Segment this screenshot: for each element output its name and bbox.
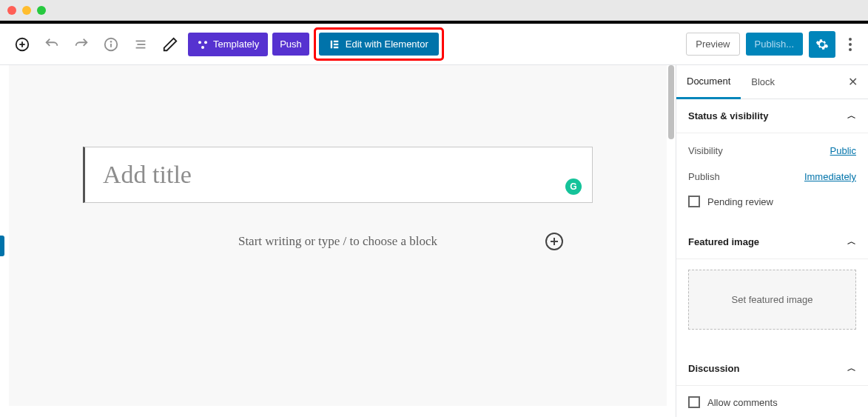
tab-document[interactable]: Document [676,65,741,99]
pending-review-checkbox[interactable] [688,196,700,207]
dots-vertical-icon [849,38,852,51]
panel-featured-header[interactable]: Featured image ︿ [676,225,868,259]
push-button[interactable]: Push [272,33,309,56]
close-window-icon[interactable] [7,6,16,15]
body-prompt-row: Start writing or type / to choose a bloc… [83,234,593,249]
settings-sidebar: Document Block ✕ Status & visibility ︿ V… [676,65,868,417]
settings-button[interactable] [809,31,835,58]
tab-block[interactable]: Block [741,66,785,98]
editor-toolbar: Templately Push Edit with Elementor Prev… [0,24,868,65]
edit-button[interactable] [157,31,184,58]
body-prompt-text[interactable]: Start writing or type / to choose a bloc… [238,234,437,249]
templately-label: Templately [213,39,259,50]
visibility-value-link[interactable]: Public [830,145,856,156]
allow-comments-checkbox[interactable] [688,396,700,408]
pending-review-label: Pending review [707,196,773,207]
panel-featured-title: Featured image [688,236,759,247]
redo-button[interactable] [68,31,95,58]
elementor-icon [329,39,340,50]
undo-button[interactable] [38,31,65,58]
publish-button[interactable]: Publish... [746,33,803,56]
minimize-window-icon[interactable] [22,6,31,15]
more-options-button[interactable] [841,31,859,58]
svg-rect-13 [334,40,338,41]
push-label: Push [280,39,302,50]
edit-with-elementor-button[interactable]: Edit with Elementor [319,33,439,56]
sidebar-tabs: Document Block ✕ [676,65,868,99]
set-featured-image-button[interactable]: Set featured image [688,270,856,330]
traffic-lights [7,6,46,15]
visibility-row: Visibility Public [688,138,856,164]
info-button[interactable] [98,31,124,58]
add-block-button[interactable] [9,31,36,58]
grammarly-badge-icon[interactable]: G [565,179,582,195]
svg-point-9 [198,41,201,44]
chevron-up-icon: ︿ [847,362,856,375]
elementor-label: Edit with Elementor [346,39,428,50]
preview-label: Preview [696,39,730,50]
inline-add-block-button[interactable] [545,233,563,250]
visibility-label: Visibility [688,145,723,156]
svg-point-18 [849,48,852,51]
panel-status-body: Visibility Public Publish Immediately Pe… [676,133,868,225]
panel-status-title: Status & visibility [688,110,768,121]
pending-review-row[interactable]: Pending review [688,190,856,213]
chevron-up-icon: ︿ [847,110,856,122]
panel-status-header[interactable]: Status & visibility ︿ [676,99,868,133]
svg-rect-15 [334,46,338,47]
gear-icon [815,38,829,51]
browser-chrome [0,0,868,21]
editor-canvas: G Start writing or type / to choose a bl… [0,65,676,417]
title-input[interactable] [103,161,574,189]
allow-comments-label: Allow comments [707,397,778,408]
publish-label: Publish [688,171,720,182]
svg-rect-14 [334,43,338,44]
title-block[interactable]: G [83,147,593,203]
editor-scrollbar[interactable] [668,65,674,139]
panel-featured-body: Set featured image [676,259,868,352]
publish-row: Publish Immediately [688,164,856,190]
outline-button[interactable] [127,31,154,58]
svg-point-17 [849,43,852,46]
left-edge-tab[interactable] [0,236,4,256]
sidebar-close-button[interactable]: ✕ [838,75,868,89]
panel-discussion-title: Discussion [688,363,739,374]
templately-button[interactable]: Templately [188,33,268,56]
panel-discussion-body: Allow comments [676,386,868,417]
svg-rect-12 [331,40,332,48]
svg-point-16 [849,38,852,41]
elementor-highlight: Edit with Elementor [314,27,444,61]
plus-icon [550,237,559,246]
maximize-window-icon[interactable] [37,6,46,15]
panel-discussion-header[interactable]: Discussion ︿ [676,352,868,386]
svg-point-10 [204,41,207,44]
svg-point-5 [111,41,112,41]
main-area: G Start writing or type / to choose a bl… [0,65,868,417]
publish-label: Publish... [755,39,794,50]
allow-comments-row[interactable]: Allow comments [688,390,856,414]
preview-button[interactable]: Preview [686,33,739,56]
publish-value-link[interactable]: Immediately [804,171,856,182]
chevron-up-icon: ︿ [847,236,856,248]
templately-icon [197,39,209,50]
svg-point-11 [201,46,204,49]
app-frame: Templately Push Edit with Elementor Prev… [0,21,868,417]
